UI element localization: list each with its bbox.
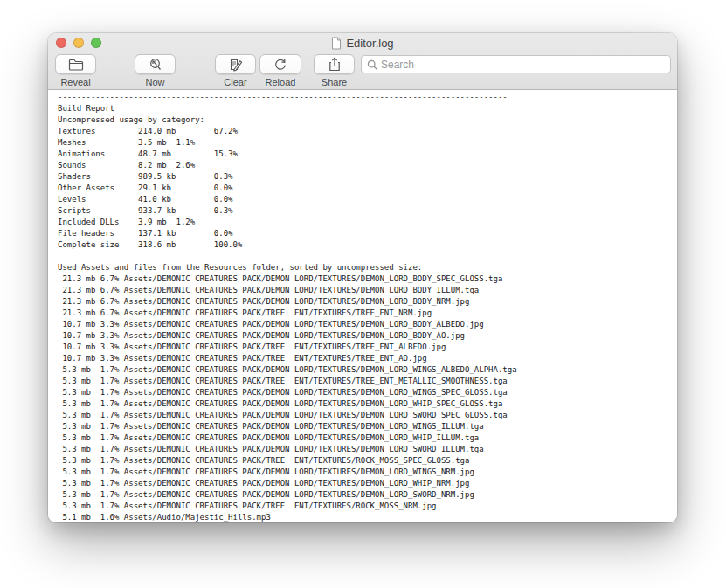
reveal-button[interactable]	[55, 54, 96, 74]
log-content-area[interactable]: ----------------------------------------…	[48, 90, 677, 522]
window-title: Editor.log	[346, 37, 393, 50]
window-title-area: Editor.log	[48, 36, 677, 51]
clear-pencil-icon	[229, 58, 243, 72]
reload-button[interactable]	[259, 54, 301, 74]
search-field	[361, 55, 671, 73]
log-text: ----------------------------------------…	[58, 92, 665, 522]
reload-button-label: Reload	[259, 77, 301, 87]
title-bar[interactable]: Editor.log	[48, 33, 677, 52]
folder-icon	[68, 59, 84, 71]
reveal-button-label: Reveal	[55, 77, 96, 87]
window-chrome: Editor.log Reveal	[48, 33, 677, 90]
share-button[interactable]	[314, 54, 355, 74]
log-viewer-window: Editor.log Reveal	[48, 33, 677, 522]
search-icon	[367, 59, 378, 71]
document-icon	[331, 37, 342, 50]
clear-button[interactable]	[215, 54, 256, 74]
search-input[interactable]	[381, 56, 665, 73]
now-button-label: Now	[135, 77, 176, 87]
share-icon	[328, 57, 341, 72]
share-button-label: Share	[314, 77, 355, 87]
now-button[interactable]	[135, 54, 176, 74]
clear-button-label: Clear	[215, 77, 256, 87]
jump-to-now-icon	[149, 58, 162, 72]
reload-icon	[273, 58, 287, 72]
